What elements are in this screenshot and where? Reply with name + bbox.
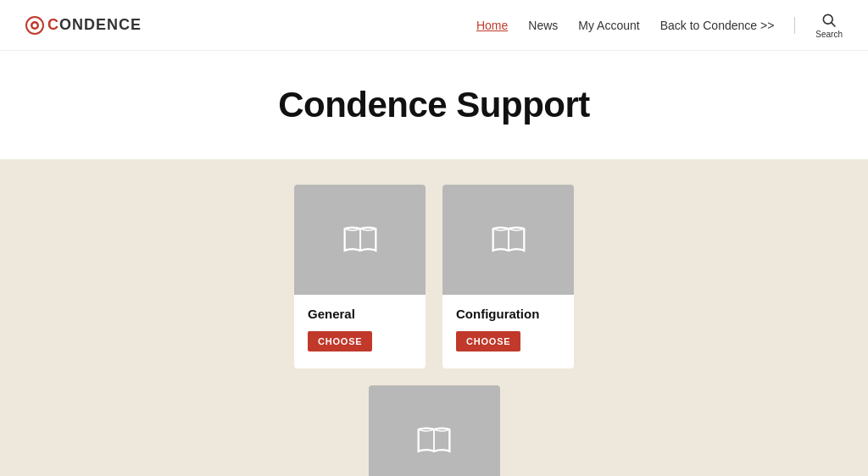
book-icon-general: [342, 221, 379, 258]
search-icon: [821, 12, 837, 29]
logo-icon: [25, 16, 44, 35]
card-configuration-title: Configuration: [456, 307, 560, 321]
page-title-area: Condence Support: [0, 51, 868, 159]
search-button[interactable]: Search: [815, 12, 843, 39]
nav-home[interactable]: Home: [476, 19, 508, 32]
nav-back[interactable]: Back to Condence >>: [660, 19, 775, 32]
choose-general-button[interactable]: CHOOSE: [308, 331, 372, 351]
logo-text: CONDENCE: [47, 16, 142, 34]
card-configuration-image: [442, 185, 574, 295]
nav-news[interactable]: News: [528, 19, 558, 32]
card-general-body: General CHOOSE: [294, 307, 426, 351]
page-title: Condence Support: [17, 85, 851, 125]
book-icon-partial: [415, 422, 453, 459]
cards-row-1: General CHOOSE Configuration CHOOSE: [0, 185, 868, 368]
nav-divider: [794, 17, 795, 34]
book-icon-configuration: [490, 221, 527, 258]
card-configuration: Configuration CHOOSE: [442, 185, 574, 368]
card-general-image: [294, 185, 426, 295]
svg-point-3: [823, 14, 832, 24]
choose-configuration-button[interactable]: CHOOSE: [456, 331, 520, 351]
card-general: General CHOOSE: [294, 185, 426, 368]
main-content: General CHOOSE Configuration CHOOSE: [0, 159, 868, 476]
card-general-title: General: [308, 307, 412, 321]
logo[interactable]: CONDENCE: [25, 16, 142, 35]
svg-point-2: [33, 23, 37, 27]
svg-line-4: [832, 22, 836, 26]
card-partial-image: [369, 385, 500, 476]
cards-row-2: [0, 368, 868, 476]
card-partial-1: [369, 385, 500, 476]
main-nav: Home News My Account Back to Condence >>…: [476, 12, 843, 39]
header: CONDENCE Home News My Account Back to Co…: [0, 0, 868, 51]
card-configuration-body: Configuration CHOOSE: [442, 307, 574, 351]
nav-myaccount[interactable]: My Account: [578, 19, 639, 32]
search-label: Search: [815, 30, 843, 39]
